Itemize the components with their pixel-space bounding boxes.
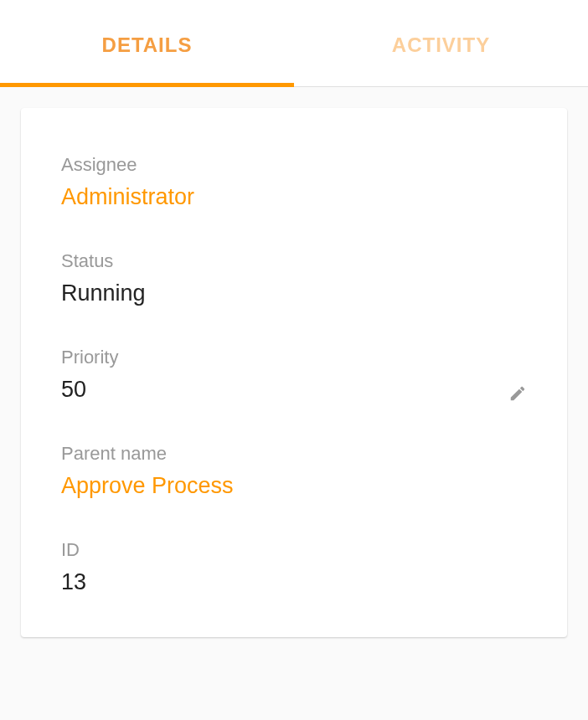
- field-id: ID 13: [61, 539, 527, 595]
- status-label: Status: [61, 250, 527, 272]
- page-container: DETAILS ACTIVITY Assignee Administrator …: [0, 0, 588, 720]
- id-value: 13: [61, 569, 86, 594]
- assignee-value[interactable]: Administrator: [61, 184, 194, 209]
- status-value: Running: [61, 280, 146, 306]
- field-status: Status Running: [61, 250, 527, 306]
- priority-value: 50: [61, 377, 86, 402]
- assignee-label: Assignee: [61, 154, 527, 176]
- field-assignee: Assignee Administrator: [61, 154, 527, 210]
- parent-name-value[interactable]: Approve Process: [61, 473, 234, 498]
- tab-details[interactable]: DETAILS: [0, 0, 294, 86]
- tab-bar: DETAILS ACTIVITY: [0, 0, 588, 87]
- parent-name-label: Parent name: [61, 443, 527, 465]
- pencil-icon[interactable]: [508, 384, 527, 403]
- id-label: ID: [61, 539, 527, 561]
- field-parent-name: Parent name Approve Process: [61, 443, 527, 499]
- details-card: Assignee Administrator Status Running Pr…: [21, 108, 567, 637]
- field-priority: Priority 50: [61, 347, 527, 403]
- priority-label: Priority: [61, 347, 527, 368]
- tab-activity[interactable]: ACTIVITY: [294, 0, 588, 86]
